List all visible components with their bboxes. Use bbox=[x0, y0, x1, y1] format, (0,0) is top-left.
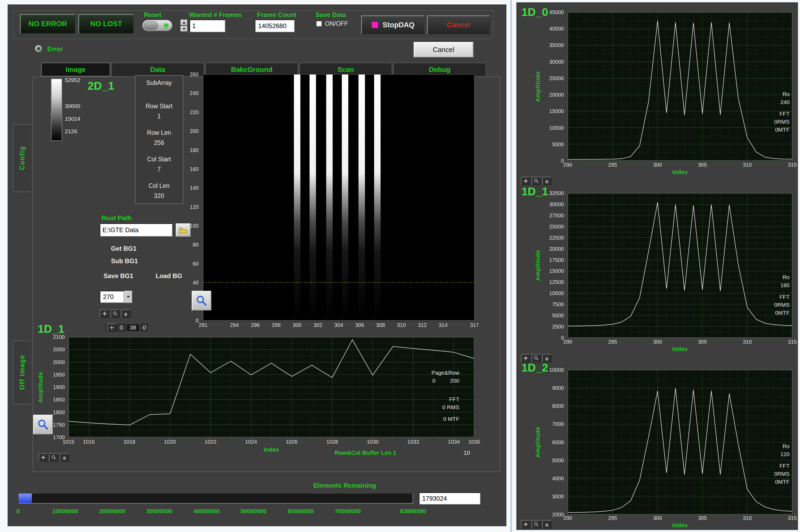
legend-row-label: Ro bbox=[745, 90, 789, 98]
pan-tool-icon[interactable] bbox=[542, 520, 552, 529]
y-tick-label: 80 bbox=[193, 242, 199, 248]
elements-remaining-value: 1793024 bbox=[419, 492, 481, 505]
side-tab-config[interactable]: Config bbox=[13, 124, 31, 192]
y-tick-label: 8000 bbox=[552, 403, 564, 409]
y-tick-label: 5000 bbox=[552, 312, 564, 319]
cursor-tool-icon[interactable] bbox=[100, 309, 109, 318]
y-tick-label: 2000 bbox=[53, 359, 65, 365]
ramp-label-mid1: 30000 bbox=[65, 103, 80, 109]
x-tick-label: 1024 bbox=[245, 439, 257, 445]
stopdaq-button[interactable]: StopDAQ bbox=[361, 15, 425, 35]
zoom-tool-icon[interactable] bbox=[532, 177, 541, 185]
reset-toggle[interactable] bbox=[142, 20, 172, 31]
spin-up-icon[interactable] bbox=[181, 20, 187, 25]
chart-1d2-x-axis: 290295300305310315 bbox=[568, 515, 792, 521]
wanted-frames-label: Wanted # Frames bbox=[189, 11, 242, 19]
y-tick-label: 100 bbox=[190, 223, 199, 229]
spin-down-icon[interactable] bbox=[181, 26, 187, 32]
no-error-indicator[interactable]: NO ERROR bbox=[20, 14, 76, 34]
elements-remaining-label: Elements Remaining bbox=[313, 482, 376, 489]
subarray-title: SubArray bbox=[135, 79, 183, 87]
subarray-panel: SubArray Row Start 1 Row Len 256 Col Sta… bbox=[135, 75, 183, 204]
chart-1d1-left-xlabel: Index bbox=[69, 446, 474, 453]
browse-folder-button[interactable] bbox=[176, 223, 191, 237]
save-data-checkbox[interactable] bbox=[316, 21, 322, 26]
sub-bg1-button[interactable]: Sub BG1 bbox=[111, 258, 138, 265]
no-lost-indicator[interactable]: NO LOST bbox=[78, 14, 134, 34]
zoom-tool-icon[interactable] bbox=[110, 309, 120, 318]
x-tick-label: 295 bbox=[608, 515, 617, 521]
x-tick-label: 70000000 bbox=[335, 508, 361, 515]
y-tick-label: 120 bbox=[190, 204, 199, 210]
root-path-label: Root Path bbox=[101, 214, 131, 222]
col-len-value: 320 bbox=[135, 192, 183, 200]
legend-rms-label: 0 RMS bbox=[388, 403, 459, 411]
y-tick-label: 2500 bbox=[552, 324, 564, 330]
y-tick-label: 5000 bbox=[552, 457, 564, 463]
y-tick-label: 160 bbox=[190, 166, 199, 172]
save-bg1-button[interactable]: Save BG1 bbox=[104, 272, 133, 280]
x-tick-label: 1035 bbox=[468, 439, 480, 445]
save-data-onoff-label: ON/OFF bbox=[325, 20, 348, 27]
x-tick-label: 50000000 bbox=[241, 508, 266, 515]
stop-square-icon bbox=[371, 21, 378, 28]
legend-row-value: 200 bbox=[450, 377, 459, 385]
x-tick-label: 1015 bbox=[63, 439, 75, 445]
pan-tool-icon[interactable] bbox=[121, 309, 131, 318]
side-tab-off-image[interactable]: Off Image bbox=[13, 340, 31, 404]
y-tick-label: 140 bbox=[190, 185, 199, 191]
error-led[interactable] bbox=[35, 44, 42, 53]
intensity-ramp bbox=[51, 78, 62, 141]
dropdown-arrow-icon[interactable] bbox=[124, 291, 132, 303]
y-tick-label: 0 bbox=[196, 318, 199, 324]
image-2d-title: 2D_1 bbox=[88, 80, 114, 92]
pan-tool-icon[interactable] bbox=[60, 453, 69, 462]
x-tick-label: 300 bbox=[293, 322, 301, 328]
crosshair-icon[interactable] bbox=[107, 323, 116, 332]
chart-1d1-right-xlabel: Index bbox=[568, 346, 792, 353]
legend-row-value: 240 bbox=[745, 98, 789, 106]
root-path-input[interactable] bbox=[100, 223, 172, 237]
side-tab-off-image-label: Off Image bbox=[18, 355, 26, 390]
legend-mtf-label: 0MTF bbox=[745, 309, 789, 317]
y-tick-label: 4000 bbox=[552, 475, 564, 481]
x-tick-label: 310 bbox=[743, 162, 752, 168]
main-daq-window: NO ERROR NO LOST Reset Wanted # Frames F… bbox=[7, 4, 507, 527]
x-tick-label: 305 bbox=[698, 515, 707, 521]
image-2d-y-axis: 020406080100120140160180200220240260 bbox=[184, 74, 201, 321]
load-bg-button[interactable]: Load BG bbox=[155, 272, 182, 280]
cancel-button-secondary[interactable]: Cancel bbox=[414, 42, 473, 57]
error-led-dot-icon bbox=[37, 47, 40, 50]
tab-image[interactable]: Image bbox=[41, 63, 110, 76]
chart-1d1-left-title: 1D_1 bbox=[38, 323, 64, 336]
y-tick-label: 10000 bbox=[549, 367, 564, 373]
x-tick-label: 1022 bbox=[205, 439, 217, 445]
image-2d-x-axis: 291294296298300302304306308310312314317 bbox=[203, 322, 475, 329]
cursor-y-value: 38 bbox=[126, 324, 139, 332]
cancel-button-top[interactable]: Cancel bbox=[427, 15, 490, 35]
cursor-tool-icon[interactable] bbox=[521, 177, 531, 185]
zoom-tool-icon[interactable] bbox=[49, 453, 59, 462]
x-tick-label: 306 bbox=[355, 322, 364, 328]
pan-tool-icon[interactable] bbox=[542, 177, 552, 185]
zoom-button-1d1[interactable] bbox=[33, 415, 53, 434]
window-divider bbox=[510, 0, 512, 532]
get-bg1-button[interactable]: Get BG1 bbox=[111, 245, 136, 252]
col-len-label: Col Len bbox=[135, 182, 183, 189]
cursor-tool-icon[interactable] bbox=[521, 520, 531, 529]
x-tick-label: 291 bbox=[199, 322, 207, 328]
wanted-frames-input[interactable] bbox=[190, 20, 225, 32]
x-tick-label: 304 bbox=[334, 322, 343, 328]
row-select-dropdown[interactable]: 270 bbox=[100, 291, 132, 303]
x-tick-label: 295 bbox=[608, 339, 617, 345]
chart-1d2-y-axis: 2000300040005000600070008000900010000 bbox=[543, 370, 566, 514]
y-tick-label: 17500 bbox=[549, 257, 564, 263]
cursor-tool-icon[interactable] bbox=[38, 453, 48, 462]
y-tick-label: 2050 bbox=[53, 346, 65, 353]
cursor-x-value: 0 bbox=[120, 324, 123, 331]
zoom-button-2d[interactable] bbox=[192, 291, 211, 310]
zoom-tool-icon[interactable] bbox=[532, 520, 541, 529]
x-tick-label: 290 bbox=[563, 162, 572, 168]
legend-fft-label: FFT bbox=[745, 462, 789, 470]
y-tick-label: 1800 bbox=[53, 409, 65, 415]
